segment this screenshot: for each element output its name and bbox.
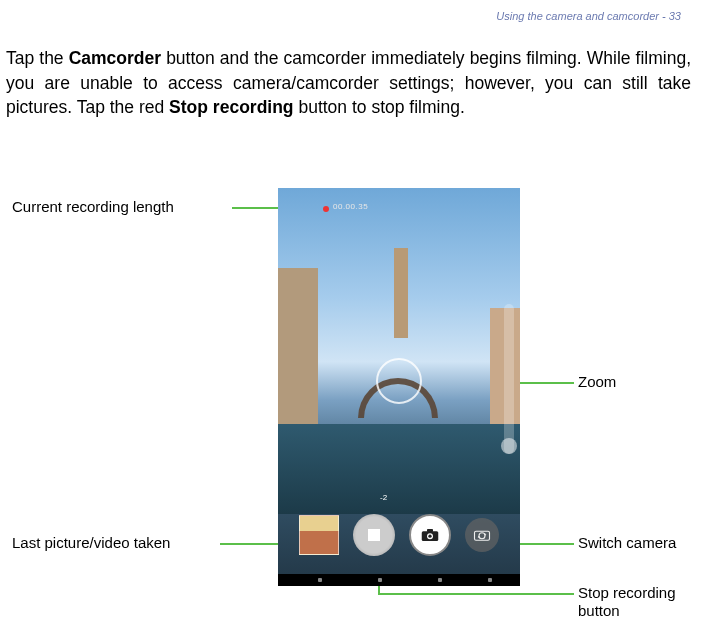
stop-recording-button[interactable] xyxy=(353,514,395,556)
callout-stop-button: Stop recording button xyxy=(578,584,676,617)
callout-zoom: Zoom xyxy=(578,373,616,390)
page-number: 33 xyxy=(669,10,681,22)
svg-point-3 xyxy=(428,534,431,537)
zoom-handle[interactable] xyxy=(501,438,517,454)
nav-dot xyxy=(318,578,322,582)
last-capture-thumbnail[interactable] xyxy=(299,515,339,555)
phone-screen: -2 00.00.35 xyxy=(278,188,520,574)
scene-water xyxy=(278,424,520,514)
switch-camera-button[interactable] xyxy=(465,518,499,552)
callout-switch-camera: Switch camera xyxy=(578,534,676,551)
callout-stop-l2: button xyxy=(578,602,620,617)
separator: - xyxy=(659,10,669,22)
nav-dot xyxy=(488,578,492,582)
stop-recording-bold: Stop recording xyxy=(169,97,293,117)
nav-dot xyxy=(438,578,442,582)
switch-camera-icon xyxy=(473,528,491,542)
annotated-figure: Current recording length Last picture/vi… xyxy=(0,176,709,606)
zoom-slider[interactable] xyxy=(504,304,514,454)
svg-rect-1 xyxy=(427,529,433,532)
section-title: Using the camera and camcorder xyxy=(496,10,659,22)
callout-last-taken: Last picture/video taken xyxy=(12,534,170,551)
stop-icon xyxy=(368,529,380,541)
camcorder-bold: Camcorder xyxy=(69,48,161,68)
leader-line xyxy=(514,382,574,384)
record-indicator-icon xyxy=(323,206,329,212)
scene-tower xyxy=(394,248,408,338)
para-text: Tap the xyxy=(6,48,69,68)
nav-dot xyxy=(378,578,382,582)
focus-indicator xyxy=(376,358,422,404)
recording-time: 00.00.35 xyxy=(333,202,368,211)
shutter-button[interactable] xyxy=(409,514,451,556)
callout-stop-l1: Stop recording xyxy=(578,584,676,601)
android-navbar xyxy=(278,574,520,586)
para-text: button to stop filming. xyxy=(294,97,465,117)
exposure-indicator: -2 xyxy=(380,493,387,502)
leader-line xyxy=(378,593,574,595)
control-row xyxy=(278,508,520,562)
camera-icon xyxy=(421,528,439,542)
page-header: Using the camera and camcorder - 33 xyxy=(496,10,681,22)
instruction-paragraph: Tap the Camcorder button and the camcord… xyxy=(6,46,691,120)
callout-recording-length: Current recording length xyxy=(12,198,174,215)
